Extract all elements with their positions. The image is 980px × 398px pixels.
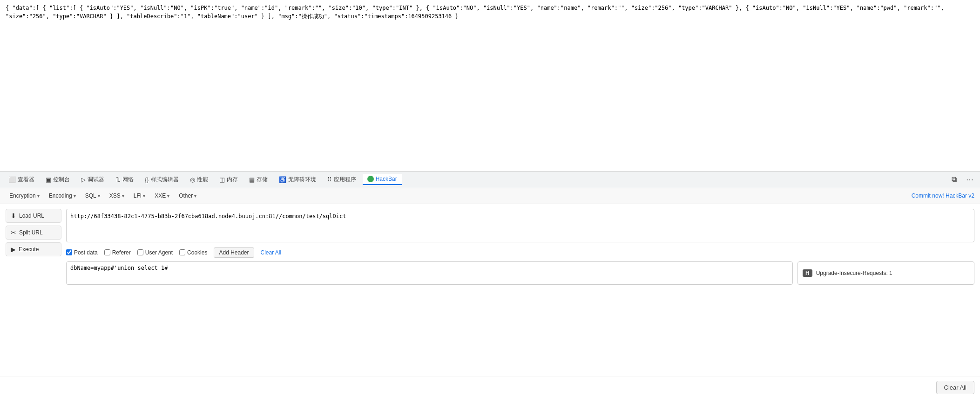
referer-checkbox-label[interactable]: Referer bbox=[104, 249, 131, 256]
tab-app-label: 应用程序 bbox=[334, 176, 356, 184]
load-url-label: Load URL bbox=[19, 213, 44, 219]
user-agent-checkbox-label[interactable]: User Agent bbox=[137, 249, 173, 256]
inspector-icon: ⬜ bbox=[8, 176, 16, 183]
xss-label: XSS bbox=[109, 192, 121, 199]
post-data-area bbox=[66, 261, 793, 372]
response-content: { "data":[ { "list":[ { "isAuto":"YES", … bbox=[0, 0, 980, 172]
left-panel: ⬇ Load URL ✂ Split URL ▶ Execute bbox=[6, 209, 61, 372]
hackbar-toolbar: Encryption ▾ Encoding ▾ SQL ▾ XSS ▾ LFI … bbox=[0, 188, 980, 204]
execute-label: Execute bbox=[19, 246, 39, 253]
split-url-button[interactable]: ✂ Split URL bbox=[6, 226, 61, 240]
tab-storage-label: 存储 bbox=[257, 176, 268, 184]
commit-now-label: Commit now! HackBar v2 bbox=[912, 192, 974, 199]
checkbox-row: Post data Referer User Agent Cookies Add… bbox=[66, 247, 974, 258]
tab-memory-label: 内存 bbox=[227, 176, 238, 184]
encryption-arrow: ▾ bbox=[37, 193, 40, 199]
memory-icon: ◫ bbox=[219, 176, 225, 183]
more-button[interactable]: ⋯ bbox=[963, 174, 976, 185]
header-value: Upgrade-Insecure-Requests: 1 bbox=[816, 270, 892, 276]
xxe-arrow: ▾ bbox=[167, 193, 169, 199]
header-panel: H Upgrade-Insecure-Requests: 1 bbox=[798, 261, 974, 285]
tab-style[interactable]: {} 样式编辑器 bbox=[140, 174, 183, 185]
network-icon: ⇅ bbox=[115, 176, 121, 183]
tab-perf-label: 性能 bbox=[197, 176, 208, 184]
tab-console[interactable]: ▣ 控制台 bbox=[41, 174, 74, 185]
cookies-checkbox-label[interactable]: Cookies bbox=[179, 249, 207, 256]
tab-debugger[interactable]: ▷ 调试器 bbox=[76, 174, 109, 185]
encoding-menu[interactable]: Encoding ▾ bbox=[45, 191, 80, 200]
storage-icon: ▤ bbox=[249, 176, 255, 183]
split-url-label: Split URL bbox=[19, 229, 43, 236]
hackbar-main: ⬇ Load URL ✂ Split URL ▶ Execute Post da… bbox=[0, 204, 980, 377]
add-header-button[interactable]: Add Header bbox=[214, 247, 254, 258]
a11y-icon: ♿ bbox=[279, 176, 286, 183]
tab-console-label: 控制台 bbox=[53, 176, 70, 184]
post-data-input[interactable] bbox=[66, 261, 793, 285]
execute-button[interactable]: ▶ Execute bbox=[6, 242, 61, 256]
xxe-menu[interactable]: XXE ▾ bbox=[151, 191, 173, 200]
post-data-checkbox-label[interactable]: Post data bbox=[66, 249, 98, 256]
tab-hackbar[interactable]: HackBar bbox=[363, 174, 402, 185]
header-badge: H bbox=[803, 269, 812, 277]
url-input[interactable] bbox=[66, 209, 974, 242]
load-url-button[interactable]: ⬇ Load URL bbox=[6, 209, 61, 223]
add-header-label: Add Header bbox=[219, 249, 249, 256]
clear-all-label: Clear All bbox=[261, 249, 282, 256]
clear-all-big-label: Clear All bbox=[944, 384, 966, 391]
tab-debugger-label: 调试器 bbox=[88, 176, 104, 184]
encryption-menu[interactable]: Encryption ▾ bbox=[6, 191, 43, 200]
hackbar-dot-icon bbox=[367, 176, 374, 182]
perf-icon: ◎ bbox=[190, 176, 195, 183]
xss-arrow: ▾ bbox=[122, 193, 124, 199]
debugger-icon: ▷ bbox=[81, 176, 86, 183]
split-url-icon: ✂ bbox=[11, 229, 16, 236]
encoding-label: Encoding bbox=[49, 192, 72, 199]
user-agent-label: User Agent bbox=[145, 249, 173, 256]
xxe-label: XXE bbox=[155, 192, 166, 199]
clear-all-big-button[interactable]: Clear All bbox=[936, 381, 974, 394]
post-data-label: Post data bbox=[74, 249, 98, 256]
tab-network[interactable]: ⇅ 网络 bbox=[111, 174, 138, 185]
tab-storage[interactable]: ▤ 存储 bbox=[244, 174, 272, 185]
referer-label: Referer bbox=[112, 249, 131, 256]
tab-perf[interactable]: ◎ 性能 bbox=[185, 174, 213, 185]
lfi-menu[interactable]: LFI ▾ bbox=[130, 191, 149, 200]
post-data-checkbox[interactable] bbox=[66, 249, 72, 255]
xss-menu[interactable]: XSS ▾ bbox=[106, 191, 128, 200]
json-response: { "data":[ { "list":[ { "isAuto":"YES", … bbox=[6, 5, 944, 20]
tab-inspector-label: 查看器 bbox=[18, 176, 34, 184]
execute-icon: ▶ bbox=[11, 246, 16, 253]
tab-inspector[interactable]: ⬜ 查看器 bbox=[4, 174, 39, 185]
tab-memory[interactable]: ◫ 内存 bbox=[215, 174, 243, 185]
style-icon: {} bbox=[145, 176, 149, 183]
devtools-actions: ⧉ ⋯ bbox=[949, 174, 976, 185]
url-area bbox=[66, 209, 974, 244]
lfi-arrow: ▾ bbox=[143, 193, 145, 199]
encoding-arrow: ▾ bbox=[74, 193, 76, 199]
lfi-label: LFI bbox=[134, 192, 142, 199]
sql-label: SQL bbox=[85, 192, 96, 199]
cookies-label: Cookies bbox=[187, 249, 207, 256]
other-label: Other bbox=[179, 192, 193, 199]
referer-checkbox[interactable] bbox=[104, 249, 110, 255]
other-arrow: ▾ bbox=[194, 193, 196, 199]
tab-style-label: 样式编辑器 bbox=[151, 176, 179, 184]
bottom-actions: Clear All bbox=[0, 377, 980, 398]
devtools-bar: ⬜ 查看器 ▣ 控制台 ▷ 调试器 ⇅ 网络 {} 样式编辑器 ◎ 性能 ◫ 内… bbox=[0, 172, 980, 188]
hackbar-tab-label: HackBar bbox=[376, 176, 397, 182]
tab-a11y[interactable]: ♿ 无障碍环境 bbox=[274, 174, 321, 185]
user-agent-checkbox[interactable] bbox=[137, 249, 143, 255]
app-icon: ⠿ bbox=[327, 176, 332, 183]
other-menu[interactable]: Other ▾ bbox=[175, 191, 200, 200]
clear-all-button[interactable]: Clear All bbox=[261, 249, 282, 256]
cookies-checkbox[interactable] bbox=[179, 249, 185, 255]
sql-arrow: ▾ bbox=[98, 193, 100, 199]
load-url-icon: ⬇ bbox=[11, 212, 16, 220]
dock-button[interactable]: ⧉ bbox=[949, 174, 960, 185]
bottom-row: H Upgrade-Insecure-Requests: 1 bbox=[66, 261, 974, 372]
encryption-label: Encryption bbox=[9, 192, 36, 199]
sql-menu[interactable]: SQL ▾ bbox=[81, 191, 104, 200]
tab-app[interactable]: ⠿ 应用程序 bbox=[323, 174, 361, 185]
tab-a11y-label: 无障碍环境 bbox=[288, 176, 316, 184]
tab-network-label: 网络 bbox=[122, 176, 134, 184]
